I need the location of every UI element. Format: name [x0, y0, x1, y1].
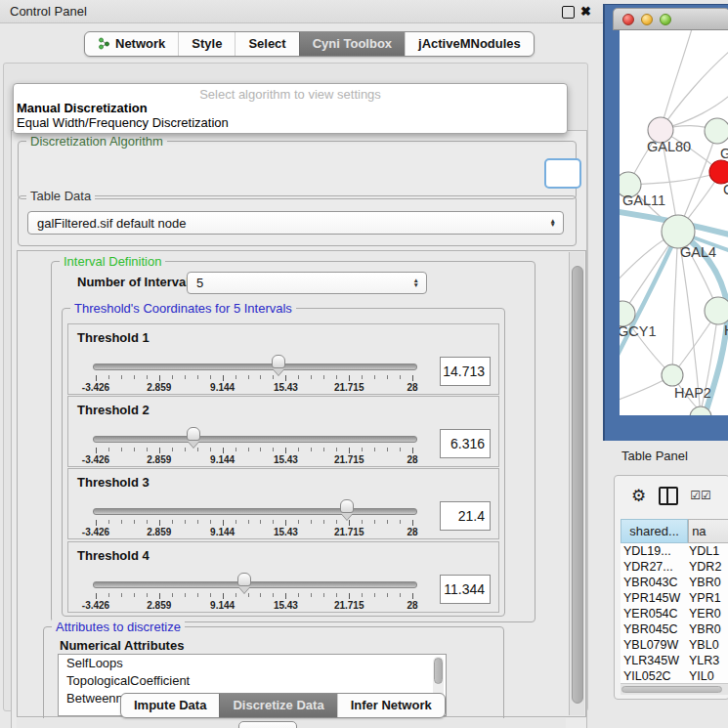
threshold-4-slider-thumb[interactable]	[237, 573, 251, 592]
gear-icon[interactable]: ⚙	[631, 488, 646, 504]
cell-shared-name[interactable]: YDL19...	[621, 544, 689, 558]
tab-infer-network[interactable]: Infer Network	[337, 694, 445, 717]
slider-ticks	[96, 593, 412, 599]
tick-label: -3.426	[82, 382, 109, 393]
zoom-traffic-light[interactable]	[660, 14, 671, 25]
table-row[interactable]: YIL052CYIL0	[621, 668, 728, 684]
tick-label: 15.43	[274, 382, 298, 393]
slider-tick-labels: -3.4262.8599.14415.4321.71528	[96, 382, 412, 393]
tab-style[interactable]: Style	[178, 32, 235, 56]
threshold-1-slider-thumb[interactable]	[272, 355, 285, 374]
cell-name[interactable]: YDR2	[689, 560, 728, 574]
column-header-name[interactable]: na	[688, 519, 728, 543]
table-row[interactable]: YDL19...YDL1	[621, 543, 728, 559]
cell-name[interactable]: YER0	[689, 607, 728, 621]
attribute-list-item[interactable]: SelfLoops	[59, 655, 446, 672]
threshold-3-box: Threshold 3 -3.4262.8599.14415.4321.7152…	[67, 468, 499, 539]
threshold-1-slider-track[interactable]	[93, 364, 417, 370]
cyni-inner-panel: Discretization Algorithm Table Data galF…	[11, 130, 587, 728]
cell-name[interactable]: YLR3	[689, 654, 728, 667]
tab-impute-data[interactable]: Impute Data	[121, 694, 219, 717]
cell-shared-name[interactable]: YIL052C	[621, 669, 689, 683]
table-data-combo[interactable]: galFiltered.sif default node ▲▼	[27, 211, 564, 235]
threshold-1-value-field[interactable]: 14.713	[440, 357, 491, 386]
tick-label: 28	[407, 454, 417, 465]
control-panel-titlebar: Control Panel	[0, 0, 606, 23]
table-row[interactable]: YBL079WYBL0	[621, 637, 728, 653]
algorithm-placeholder-option[interactable]: Select algorithm to view settings	[14, 87, 567, 102]
table-body[interactable]: YDL19...YDL1YDR27...YDR2YBR043CYBR0YPR14…	[621, 543, 728, 685]
network-node[interactable]	[662, 364, 683, 386]
cell-shared-name[interactable]: YDR27...	[621, 560, 689, 574]
cell-name[interactable]: YPR1	[689, 591, 728, 605]
network-icon	[98, 37, 110, 50]
tab-jactivemnodules[interactable]: jActiveMNodules	[405, 32, 534, 56]
table-row[interactable]: YLR345WYLR3	[621, 653, 728, 668]
cell-shared-name[interactable]: YBL079W	[621, 638, 689, 652]
cell-name[interactable]: YBR0	[689, 622, 728, 636]
cell-shared-name[interactable]: YBR045C	[621, 622, 689, 636]
num-intervals-combo[interactable]: 5 ▲▼	[187, 272, 427, 294]
cell-name[interactable]: YIL0	[689, 669, 728, 683]
tick-label: 9.144	[210, 454, 235, 465]
minimize-traffic-light[interactable]	[641, 14, 653, 25]
threshold-3-label: Threshold 3	[77, 475, 150, 490]
table-row[interactable]: YBR043CYBR0	[621, 575, 728, 590]
column-checkboxes-icon[interactable]: ☑☑	[690, 489, 711, 502]
float-window-icon[interactable]	[562, 6, 575, 19]
network-node[interactable]	[705, 118, 728, 144]
network-canvas[interactable]: GAL80GCGAL11GAL4GCY1HHAP2	[620, 30, 728, 415]
network-view-window: GAL80GCGAL11GAL4GCY1HHAP2	[603, 4, 728, 441]
tick-label: 9.144	[210, 382, 235, 393]
slider-tick-labels: -3.4262.8599.14415.4321.71528	[96, 527, 412, 537]
apply-button[interactable]: Apply	[238, 721, 297, 728]
table-row[interactable]: YDR27...YDR2	[621, 559, 728, 575]
close-icon[interactable]: ✖	[580, 4, 591, 19]
tab-network[interactable]: Network	[85, 32, 178, 56]
attribute-list-item[interactable]: TopologicalCoefficient	[59, 672, 446, 690]
network-node[interactable]	[709, 160, 728, 184]
table-panel-title: Table Panel	[621, 449, 688, 463]
tick-label: 15.43	[274, 600, 298, 611]
panel-title: Control Panel	[10, 4, 87, 19]
threshold-4-slider-track[interactable]	[93, 581, 417, 588]
threshold-2-value-field[interactable]: 6.316	[440, 429, 491, 458]
tab-network-label: Network	[115, 36, 165, 51]
threshold-4-value-field[interactable]: 11.344	[440, 575, 491, 604]
algorithm-option-manual[interactable]: Manual Discretization	[17, 101, 148, 115]
table-horizontal-scrollbar[interactable]	[621, 683, 728, 695]
tab-cyni-toolbox[interactable]: Cyni Toolbox	[299, 32, 405, 56]
close-traffic-light[interactable]	[622, 14, 634, 25]
algorithm-option-equal-width[interactable]: Equal Width/Frequency Discretization	[17, 115, 229, 130]
algorithm-combo[interactable]	[544, 158, 581, 189]
threshold-2-slider-track[interactable]	[93, 436, 417, 443]
table-row[interactable]: YBR045CYBR0	[621, 621, 728, 637]
tab-select[interactable]: Select	[235, 32, 298, 56]
table-data-group-title: Table Data	[26, 189, 95, 203]
cell-name[interactable]: YDL1	[689, 544, 728, 558]
threshold-3-value-field[interactable]: 21.4	[440, 501, 491, 531]
tick-label: 2.859	[147, 600, 171, 611]
tick-label: 9.144	[210, 600, 235, 611]
tab-discretize-label: Discretize Data	[233, 698, 323, 712]
main-vertical-scrollbar[interactable]	[569, 252, 584, 715]
network-node[interactable]	[662, 215, 695, 248]
split-columns-icon[interactable]	[659, 487, 678, 505]
threshold-3-slider-thumb[interactable]	[340, 499, 354, 519]
cell-shared-name[interactable]: YBR043C	[621, 576, 689, 589]
cell-shared-name[interactable]: YLR345W	[621, 654, 689, 667]
cell-shared-name[interactable]: YPR145W	[621, 591, 689, 605]
cell-shared-name[interactable]: YER054C	[621, 607, 689, 621]
combo-spinner-icon: ▲▼	[550, 219, 556, 228]
table-row[interactable]: YPR145WYPR1	[621, 590, 728, 606]
table-row[interactable]: YER054CYER0	[621, 606, 728, 621]
cell-name[interactable]: YBL0	[689, 638, 728, 652]
threshold-3-slider-track[interactable]	[93, 508, 417, 515]
network-node[interactable]	[705, 297, 728, 324]
threshold-2-slider-thumb[interactable]	[187, 427, 200, 447]
cell-name[interactable]: YBR0	[689, 576, 728, 589]
tab-discretize-data[interactable]: Discretize Data	[219, 694, 336, 717]
column-header-shared-name[interactable]: shared...	[621, 519, 688, 543]
network-window-titlebar[interactable]	[613, 8, 728, 30]
network-node-label: GAL80	[647, 139, 691, 154]
